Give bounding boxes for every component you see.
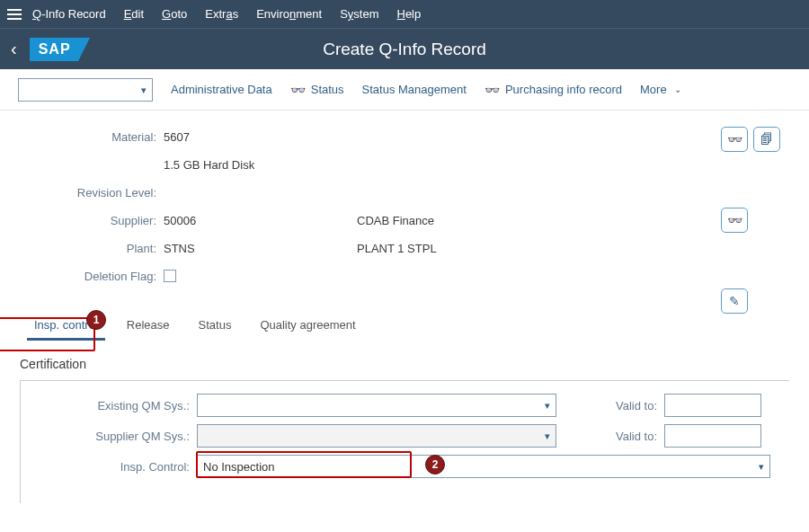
menu-edit[interactable]: Edit: [124, 7, 144, 21]
valid-to-label-1: Valid to:: [616, 399, 657, 412]
deletion-checkbox[interactable]: [164, 270, 176, 282]
annotation-badge-1: 1: [86, 310, 106, 330]
plant-label: Plant:: [20, 242, 164, 255]
sap-logo: SAP: [30, 38, 78, 61]
material-desc: 1.5 GB Hard Disk: [164, 158, 357, 172]
menu-system[interactable]: System: [340, 7, 378, 21]
valid-to-label-2: Valid to:: [616, 430, 657, 443]
chevron-down-icon: ▾: [545, 430, 550, 442]
plant-desc: PLANT 1 STPL: [357, 242, 437, 255]
edit-icon[interactable]: ✎: [721, 288, 748, 314]
glasses-icon: 👓: [485, 83, 500, 97]
display-icon[interactable]: 👓: [721, 127, 748, 152]
document-icon: 🗐: [760, 132, 773, 146]
revision-label: Revision Level:: [20, 186, 164, 200]
certification-title: Certification: [20, 357, 789, 371]
toolbar: ▾ Administrative Data 👓Status Status Man…: [0, 69, 809, 111]
supplier-label: Supplier:: [20, 214, 164, 227]
certification-box: Existing QM Sys.: ▾ Valid to: Supplier Q…: [20, 380, 789, 503]
supplier-value: 50006: [164, 214, 357, 227]
hamburger-icon[interactable]: [7, 9, 22, 20]
status-mgmt-link[interactable]: Status Management: [362, 83, 467, 96]
glasses-icon: 👓: [290, 83, 306, 97]
plant-value: STNS: [164, 242, 357, 255]
glasses-icon: 👓: [727, 213, 742, 227]
existing-qm-label: Existing QM Sys.:: [21, 399, 197, 412]
status-link[interactable]: 👓Status: [290, 83, 344, 97]
supplier-desc: CDAB Finance: [357, 214, 434, 227]
menu-extras[interactable]: Extras: [205, 7, 238, 21]
deletion-label: Deletion Flag:: [20, 270, 164, 283]
existing-qm-select[interactable]: ▾: [197, 394, 556, 417]
supplier-qm-select[interactable]: ▾: [197, 424, 556, 448]
more-link[interactable]: More⌄: [640, 83, 681, 96]
annotation-badge-2: 2: [425, 455, 445, 474]
admin-data-link[interactable]: Administrative Data: [171, 83, 272, 96]
menu-items: Q-Info Record Edit Goto Extras Environme…: [32, 7, 421, 21]
tabs: Insp. control Release Status Quality agr…: [20, 311, 789, 341]
material-value: 5607: [164, 130, 357, 144]
action-icons-column: 👓 🗐 👓 ✎: [721, 127, 780, 314]
chevron-down-icon: ⌄: [674, 84, 681, 94]
tab-release[interactable]: Release: [112, 311, 184, 341]
material-label: Material:: [20, 130, 164, 144]
more-label: More: [640, 83, 667, 96]
menu-help[interactable]: Help: [396, 7, 421, 21]
copy-icon[interactable]: 🗐: [753, 127, 780, 152]
menubar: Q-Info Record Edit Goto Extras Environme…: [0, 0, 809, 29]
insp-control-select[interactable]: No Inspection▾: [197, 455, 770, 478]
tab-quality[interactable]: Quality agreement: [245, 311, 369, 341]
titlebar: ‹ SAP Create Q-Info Record: [0, 29, 809, 69]
chevron-down-icon: ▾: [545, 400, 550, 412]
menu-environment[interactable]: Environment: [256, 7, 322, 21]
supplier-qm-label: Supplier QM Sys.:: [21, 430, 197, 443]
display-supplier-icon[interactable]: 👓: [721, 208, 748, 233]
valid-to-input-1[interactable]: [664, 394, 761, 417]
command-field[interactable]: ▾: [18, 78, 153, 102]
insp-control-label: Insp. Control:: [21, 460, 197, 474]
chevron-down-icon: ▾: [141, 84, 147, 95]
valid-to-input-2[interactable]: [664, 424, 761, 448]
chevron-down-icon: ▾: [759, 461, 764, 473]
form-rows: Material: 5607 1.5 GB Hard Disk Revision…: [20, 127, 789, 286]
status-link-label: Status: [311, 83, 344, 96]
glasses-icon: 👓: [727, 132, 742, 146]
page-title: Create Q-Info Record: [0, 40, 809, 59]
menu-qinfo[interactable]: Q-Info Record: [32, 7, 106, 21]
purch-info-link[interactable]: 👓Purchasing info record: [485, 83, 622, 97]
menu-goto[interactable]: Goto: [162, 7, 187, 21]
back-button[interactable]: ‹: [11, 39, 17, 59]
insp-control-value: No Inspection: [203, 460, 275, 474]
tab-status[interactable]: Status: [184, 311, 246, 341]
purch-info-label: Purchasing info record: [505, 83, 622, 96]
pencil-icon: ✎: [729, 294, 740, 308]
content: 👓 🗐 👓 ✎ Material: 5607 1.5 GB Hard Disk …: [0, 111, 809, 503]
